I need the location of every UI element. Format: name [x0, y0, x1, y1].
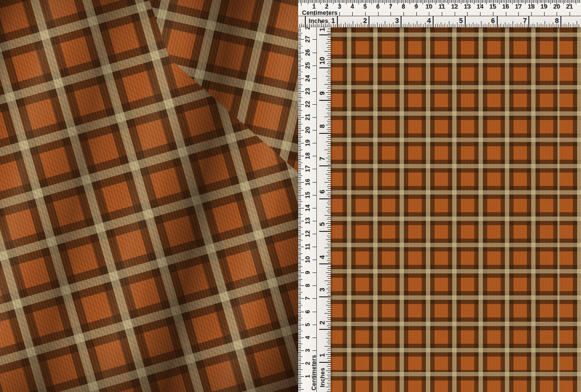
- cm-number: 2: [322, 3, 332, 10]
- cm-tick: [313, 221, 316, 221]
- inch-tick: [326, 321, 331, 322]
- mm-tick: [331, 0, 331, 3]
- cm-number: 19: [303, 139, 312, 147]
- inch-tick: [326, 92, 331, 93]
- inch-number: 5: [318, 220, 326, 229]
- mm-tick: [407, 0, 408, 3]
- vertical-ruler: Centimeters Inches 282726252423222120191…: [298, 27, 331, 392]
- mm-tick: [298, 175, 302, 176]
- mm-tick: [298, 133, 301, 133]
- mm-tick: [298, 356, 301, 356]
- mm-tick: [298, 50, 301, 50]
- mm-tick: [536, 0, 537, 3]
- mm-tick: [298, 379, 301, 379]
- mm-tick: [298, 125, 301, 125]
- inch-tick: [326, 125, 331, 125]
- mm-tick: [298, 209, 301, 209]
- mm-tick: [472, 0, 473, 3]
- mm-tick: [298, 353, 301, 353]
- cm-tick: [313, 376, 316, 377]
- inch-tick: [328, 37, 331, 37]
- mm-tick: [298, 254, 301, 255]
- cm-tick: [313, 182, 316, 183]
- inch-tick: [409, 22, 409, 27]
- inch-tick: [328, 315, 331, 316]
- mm-tick: [388, 0, 389, 3]
- inch-tick: [369, 16, 369, 27]
- mm-tick: [471, 0, 471, 3]
- inch-tick: [357, 23, 358, 27]
- inch-tick: [327, 47, 331, 48]
- inch-tick: [324, 84, 331, 85]
- mm-tick: [298, 217, 301, 218]
- inch-tick: [319, 231, 331, 232]
- mm-tick: [298, 316, 301, 316]
- inch-tick: [395, 24, 395, 27]
- cm-tick: [506, 12, 506, 16]
- inch-tick: [327, 342, 331, 342]
- inch-tick: [328, 168, 331, 168]
- mm-tick: [298, 116, 301, 116]
- mm-tick: [298, 174, 301, 174]
- mm-tick: [298, 134, 301, 134]
- inch-tick: [319, 34, 331, 35]
- inch-tick: [309, 23, 310, 27]
- inch-tick: [327, 227, 331, 228]
- mm-tick: [298, 199, 301, 199]
- mm-tick: [355, 0, 355, 3]
- inch-tick: [328, 205, 331, 205]
- inch-tick: [328, 33, 331, 33]
- inch-tick: [567, 24, 567, 27]
- flat-fabric-swatch: [298, 0, 581, 392]
- inch-tick: [327, 219, 331, 219]
- mm-tick: [304, 0, 304, 3]
- mm-tick: [298, 387, 301, 387]
- mm-tick: [411, 0, 412, 3]
- inch-tick: [327, 186, 331, 187]
- mm-tick: [298, 289, 301, 290]
- inch-tick: [324, 215, 331, 216]
- mm-tick: [298, 314, 301, 315]
- mm-tick: [526, 0, 526, 3]
- mm-tick: [298, 307, 301, 308]
- mm-tick: [298, 205, 301, 206]
- mm-tick: [298, 222, 301, 223]
- cm-tick: [339, 12, 340, 16]
- inch-tick: [326, 207, 331, 207]
- mm-tick: [406, 0, 406, 3]
- inch-tick: [511, 24, 511, 27]
- mm-tick: [461, 0, 461, 4]
- inch-tick: [328, 291, 331, 291]
- inch-tick: [559, 24, 559, 27]
- inch-tick: [324, 313, 331, 314]
- inch-tick: [351, 24, 351, 27]
- mm-tick: [298, 223, 301, 224]
- mm-tick: [436, 0, 436, 4]
- inch-tick: [355, 24, 356, 27]
- cm-number: 9: [303, 268, 312, 277]
- mm-tick: [298, 32, 301, 32]
- mm-tick: [358, 0, 359, 4]
- inch-tick: [343, 24, 344, 27]
- mm-tick: [397, 0, 398, 4]
- mm-tick: [298, 352, 301, 352]
- inch-tick: [328, 65, 331, 66]
- inch-tick: [407, 24, 407, 27]
- inch-tick: [328, 233, 331, 234]
- mm-tick: [298, 365, 301, 365]
- inch-tick: [503, 24, 503, 27]
- mm-tick: [298, 29, 301, 30]
- mm-tick: [298, 385, 301, 386]
- mm-tick: [300, 0, 301, 3]
- inch-tick: [328, 213, 331, 213]
- mm-tick: [298, 243, 301, 243]
- inch-number: 7: [318, 154, 326, 163]
- mm-tick: [298, 87, 301, 88]
- inch-tick: [565, 23, 565, 27]
- cm-number: 19: [539, 3, 549, 10]
- inch-number: 4: [318, 253, 326, 261]
- mm-tick: [298, 227, 302, 228]
- mm-tick: [298, 341, 301, 342]
- cm-number: 17: [513, 3, 524, 10]
- mm-tick: [298, 354, 301, 355]
